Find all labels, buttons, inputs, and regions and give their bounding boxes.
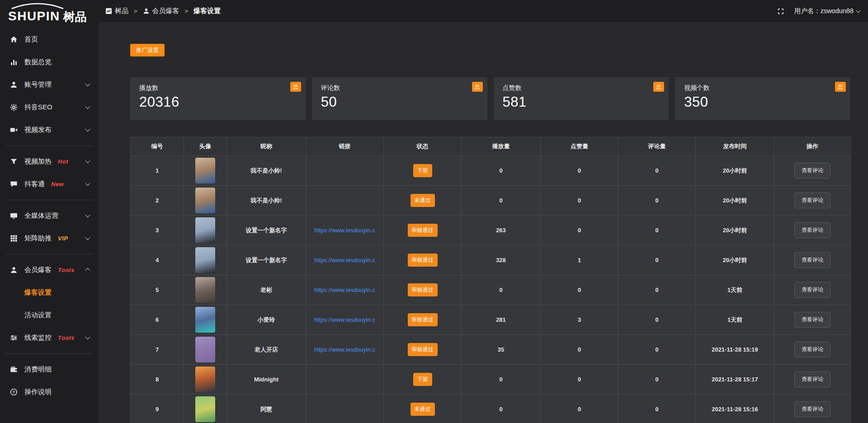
chevron-down-icon <box>85 235 90 240</box>
cell-id: 3 <box>131 216 184 245</box>
table-row: 1我不是小帅!下架00020小时前查看评论 <box>131 156 851 186</box>
chevron-down-icon <box>85 158 90 163</box>
video-link[interactable]: https://www.iesdouyin.c <box>307 346 383 353</box>
breadcrumb-separator: > <box>185 8 189 14</box>
cell-avatar <box>184 305 227 335</box>
sidebar-item-label: 抖音SEO <box>24 103 52 112</box>
sidebar-item[interactable]: 矩阵助推VIP <box>0 227 99 249</box>
avatar <box>195 367 215 392</box>
sidebar-item-label: 数据总览 <box>24 58 52 66</box>
cell-comments: 0 <box>618 305 696 335</box>
chat-icon <box>10 180 18 188</box>
member-icon <box>10 266 18 274</box>
cell-avatar <box>184 395 227 423</box>
breadcrumb-label: 树品 <box>115 7 128 15</box>
breadcrumb-item[interactable]: 树品 <box>105 7 128 15</box>
cell-likes: 0 <box>541 216 618 245</box>
sidebar-subitem-label: 爆客设置 <box>24 288 52 297</box>
view-comments-button[interactable]: 查看评论 <box>794 222 830 238</box>
cell-likes: 0 <box>541 275 618 305</box>
sidebar-item[interactable]: 抖音SEO <box>0 96 99 118</box>
sidebar-item[interactable]: 数据总览 <box>0 51 99 73</box>
column-header: 点赞量 <box>541 137 618 156</box>
stat-card-label: 播放数 <box>139 84 297 92</box>
video-link[interactable]: https://www.iesdouyin.c <box>307 257 383 263</box>
fullscreen-icon[interactable] <box>777 8 784 15</box>
status-badge: 未通过 <box>410 194 435 207</box>
cell-status: 未通过 <box>384 395 462 423</box>
view-comments-button[interactable]: 查看评论 <box>794 342 830 357</box>
stat-card: 视频个数350总 <box>675 77 850 120</box>
username-menu[interactable]: 用户名：zswodun88 <box>794 7 860 15</box>
cell-nickname: 阿慧 <box>227 395 306 423</box>
promo-settings-button[interactable]: 推广设置 <box>130 44 165 56</box>
view-comments-button[interactable]: 查看评论 <box>794 282 830 298</box>
cell-avatar <box>184 186 227 216</box>
cell-likes: 0 <box>541 156 618 186</box>
table-row: 2我不是小帅!未通过00020小时前查看评论 <box>131 186 851 216</box>
status-badge: 审核通过 <box>408 254 438 267</box>
sidebar-item[interactable]: 线索监控Tools <box>0 326 99 349</box>
cell-comments: 0 <box>618 156 696 186</box>
sidebar-item[interactable]: 全媒体运营 <box>0 204 99 227</box>
video-link[interactable]: https://www.iesdouyin.c <box>307 316 383 323</box>
stat-card-label: 点赞数 <box>503 84 660 92</box>
main-content: 推广设置 播放数20316总评论数50总点赞数581总视频个数350总 编号头像… <box>99 23 868 423</box>
sidebar-item-badge: Tools <box>58 267 75 273</box>
cell-nickname: 老彬 <box>227 275 306 305</box>
sidebar-item[interactable]: 抖客通New <box>0 173 99 195</box>
cell-comments: 0 <box>618 186 696 216</box>
stat-card-label: 评论数 <box>321 84 478 92</box>
cell-link <box>306 365 384 395</box>
monitor-icon <box>10 212 18 220</box>
sidebar-item[interactable]: 会员爆客Tools <box>0 258 99 281</box>
cell-plays: 0 <box>462 275 541 305</box>
breadcrumb-item[interactable]: 会员爆客 <box>143 7 179 15</box>
total-badge: 总 <box>653 82 664 92</box>
sidebar-item-badge: New <box>51 181 64 188</box>
column-header: 昵称 <box>227 137 306 156</box>
sidebar-item[interactable]: ?操作说明 <box>0 381 99 403</box>
cell-time: 1天前 <box>696 305 774 335</box>
column-header: 播放量 <box>462 137 541 156</box>
view-comments-button[interactable]: 查看评论 <box>794 401 830 417</box>
breadcrumb-item[interactable]: 爆客设置 <box>193 7 221 15</box>
sidebar-item-badge: Hot <box>58 158 68 165</box>
cell-action: 查看评论 <box>774 395 851 423</box>
cell-time: 2021-11-28 15:19 <box>696 335 774 365</box>
cell-time: 2021-11-28 15:17 <box>696 365 774 395</box>
sidebar-item[interactable]: 视频加热Hot <box>0 150 99 173</box>
view-comments-button[interactable]: 查看评论 <box>794 193 830 208</box>
sidebar-item[interactable]: 消费明细 <box>0 358 99 381</box>
table-row: 8Midnight下架0002021-11-28 15:17查看评论 <box>131 365 851 395</box>
view-comments-button[interactable]: 查看评论 <box>794 163 830 179</box>
status-badge: 未通过 <box>410 403 435 416</box>
view-comments-button[interactable]: 查看评论 <box>794 252 830 268</box>
cell-likes: 0 <box>541 186 618 216</box>
cell-plays: 328 <box>462 245 541 275</box>
sidebar-item-label: 消费明细 <box>24 365 52 374</box>
breadcrumb-label: 爆客设置 <box>193 7 221 15</box>
sidebar-item[interactable]: 账号管理 <box>0 73 99 96</box>
topbar: 树品>会员爆客>爆客设置 用户名：zswodun88 <box>99 0 868 23</box>
home-icon <box>10 36 18 43</box>
sidebar-item[interactable]: 视频发布 <box>0 118 99 141</box>
cell-link: https://www.iesdouyin.c <box>306 245 384 275</box>
avatar <box>195 158 215 183</box>
view-comments-button[interactable]: 查看评论 <box>794 371 830 387</box>
cell-status: 未通过 <box>384 186 462 216</box>
brand-logo-cn: 树品 <box>63 11 87 28</box>
sidebar-item[interactable]: 首页 <box>0 28 99 51</box>
video-link[interactable]: https://www.iesdouyin.c <box>307 287 383 293</box>
sidebar-subitem[interactable]: 爆客设置 <box>0 281 99 304</box>
cell-comments: 0 <box>618 365 696 395</box>
sidebar-item-label: 视频加热 <box>24 157 52 166</box>
cell-link <box>306 156 384 186</box>
brand-logo-en: SHUPIN <box>8 10 60 28</box>
view-comments-button[interactable]: 查看评论 <box>794 312 830 328</box>
video-link[interactable]: https://www.iesdouyin.c <box>307 227 383 234</box>
cell-time: 20小时前 <box>696 156 774 186</box>
cell-action: 查看评论 <box>774 186 851 216</box>
brand-logo[interactable]: SHUPIN 树品 <box>0 0 99 28</box>
sidebar-subitem[interactable]: 活动设置 <box>0 304 99 326</box>
